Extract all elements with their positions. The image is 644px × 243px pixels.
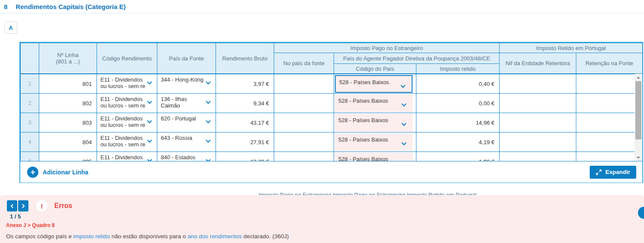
tax-withheld-field[interactable]: 1,98 € [416, 152, 500, 162]
col-header-nif: Nif da Entidade Retentora [500, 53, 576, 74]
country-code-select[interactable]: 528 - Países Baixos [335, 95, 413, 112]
tax-withheld-field[interactable]: 0,40 € [416, 74, 500, 94]
line-number-field[interactable]: 801 [39, 74, 97, 94]
section-number: 8 [4, 3, 7, 10]
source-country-select[interactable]: 620 - Portugal [157, 113, 216, 132]
row-index: 1 [21, 74, 39, 94]
group-header-portugal-tax: Imposto Retido em Portugal [500, 43, 643, 53]
gross-income-field[interactable]: 9,34 € [216, 94, 274, 113]
gross-income-field[interactable]: 13,20 € [216, 152, 274, 162]
country-code-select[interactable]: 528 - Países Baixos [335, 153, 413, 161]
next-error-button[interactable] [18, 200, 28, 211]
clipped-text: Imposto Pago no Estrangeiro Imposto Pago… [259, 192, 500, 195]
tab-a[interactable]: A [4, 22, 17, 34]
gross-income-field[interactable]: 43,17 € [216, 113, 274, 133]
source-country-select[interactable]: 840 - Estados [157, 152, 216, 161]
row-index: 3 [21, 113, 39, 133]
add-row-label: Adicionar Linha [43, 169, 88, 176]
section-title: Rendimentos Capitais (Categoria E) [16, 3, 125, 10]
scroll-down-button[interactable] [635, 154, 642, 161]
line-number-field[interactable]: 802 [39, 94, 97, 113]
country-code-select[interactable]: 528 - Países Baixos [335, 75, 413, 93]
errors-panel: ! Erros 1 / 5 Anexo J > Quadro 8 Os camp… [0, 195, 644, 243]
line-number-field[interactable]: 804 [39, 133, 97, 152]
message-prefix: Os campos código país e [6, 233, 73, 240]
nif-field[interactable] [500, 133, 576, 152]
chevron-right-icon [21, 204, 25, 208]
chevron-left-icon [11, 204, 15, 208]
title-divider [0, 13, 644, 13]
row-index: 2 [21, 94, 39, 113]
retencao-field[interactable] [576, 113, 635, 133]
vertical-scrollbar[interactable] [635, 74, 642, 161]
rendimentos-capitais-page: 8 Rendimentos Capitais (Categoria E) A N… [0, 0, 644, 243]
table-row: 5 805 E11 - Dividendos ou lucros - sem r… [21, 152, 635, 162]
table-footer: + Adicionar Linha Expandir [20, 161, 642, 183]
error-breadcrumb[interactable]: Anexo J > Quadro 8 [6, 222, 55, 228]
expand-button[interactable]: Expandir [590, 166, 636, 179]
gross-income-field[interactable]: 27,91 € [216, 133, 274, 152]
triangle-up-icon [637, 76, 640, 79]
source-country-select[interactable]: 344 - Hong-Kong [157, 74, 216, 93]
panel-edge-button[interactable] [638, 207, 644, 219]
col-header-income-code: Código Rendimento [97, 43, 157, 74]
errors-header: ! Erros [7, 200, 72, 211]
gross-income-field[interactable]: 3,97 € [216, 74, 274, 94]
nif-field[interactable] [500, 113, 576, 133]
income-code-select[interactable]: E11 - Dividendos ou lucros - sem re [97, 113, 157, 132]
table-row: 2 802 E11 - Dividendos ou lucros - sem r… [21, 94, 635, 113]
tax-withheld-field[interactable]: 4,19 € [416, 133, 500, 152]
col-header-source-country: País da Fonte [157, 43, 216, 74]
group-header-foreign-tax: Imposto Pago no Estrangeiro [274, 43, 500, 53]
country-code-select[interactable]: 528 - Países Baixos [335, 133, 413, 151]
in-source-country-field[interactable] [274, 94, 334, 113]
retencao-field[interactable] [576, 133, 635, 152]
scroll-up-button[interactable] [635, 74, 642, 81]
row-index: 4 [21, 133, 39, 152]
income-table-card: Nº Linha (801 a ...) Código Rendimento P… [19, 42, 643, 183]
in-source-country-field[interactable] [274, 113, 334, 133]
nif-field[interactable] [500, 152, 576, 162]
in-source-country-field[interactable] [274, 152, 334, 162]
line-number-field[interactable]: 803 [39, 113, 97, 133]
source-country-select[interactable]: 643 - Rússia [157, 133, 216, 151]
scrollbar-thumb[interactable] [635, 81, 641, 139]
col-header-line-no: Nº Linha (801 a ...) [39, 43, 97, 74]
income-code-select[interactable]: E11 - Dividendos ou lucros - sem re [97, 152, 157, 161]
source-country-select[interactable]: 136 - Ilhas Caimão [157, 94, 216, 113]
income-code-select[interactable]: E11 - Dividendos ou lucros - sem re [97, 74, 157, 93]
col-header-in-source-country: No país da fonte [274, 53, 334, 74]
add-row-button[interactable]: + Adicionar Linha [27, 167, 88, 178]
error-counter: 1 / 5 [10, 213, 21, 220]
col-header-tax-withheld: Imposto retido [416, 64, 500, 74]
income-code-select[interactable]: E11 - Dividendos ou lucros - sem re [97, 94, 157, 113]
exclamation-icon: ! [36, 200, 47, 211]
in-source-country-field[interactable] [274, 74, 334, 94]
col-header-country-code: Código do País [334, 64, 416, 74]
plus-icon: + [27, 167, 38, 178]
col-header-gross-income: Rendimento Bruto [216, 43, 274, 74]
previous-error-button[interactable] [7, 200, 17, 211]
retencao-field[interactable] [576, 74, 635, 94]
message-suffix: declarado. (360J) [242, 233, 289, 240]
retencao-field[interactable] [576, 152, 635, 162]
table-row: 1 801 E11 - Dividendos ou lucros - sem r… [21, 74, 635, 94]
tax-withheld-field[interactable]: 0,00 € [416, 94, 500, 113]
nif-field[interactable] [500, 74, 576, 94]
income-code-select[interactable]: E11 - Dividendos ou lucros - sem re [97, 133, 157, 151]
country-code-select[interactable]: 528 - Países Baixos [335, 114, 413, 132]
triangle-down-icon [637, 157, 640, 159]
tax-withheld-link[interactable]: imposto retido [73, 233, 110, 240]
page-title: 8 Rendimentos Capitais (Categoria E) [4, 3, 125, 10]
nif-field[interactable] [500, 94, 576, 113]
retencao-field[interactable] [576, 94, 635, 113]
in-source-country-field[interactable] [274, 133, 334, 152]
table-row: 4 804 E11 - Dividendos ou lucros - sem r… [21, 133, 635, 152]
tax-withheld-field[interactable]: 14,96 € [416, 113, 500, 133]
col-header-retencao: Retenção na Fonte [576, 53, 643, 74]
table-body-viewport: 1 801 E11 - Dividendos ou lucros - sem r… [20, 74, 642, 161]
row-index: 5 [21, 152, 39, 162]
income-year-link[interactable]: ano dos rendimentos [188, 233, 242, 240]
expand-icon [596, 169, 602, 175]
line-number-field[interactable]: 805 [39, 152, 97, 162]
